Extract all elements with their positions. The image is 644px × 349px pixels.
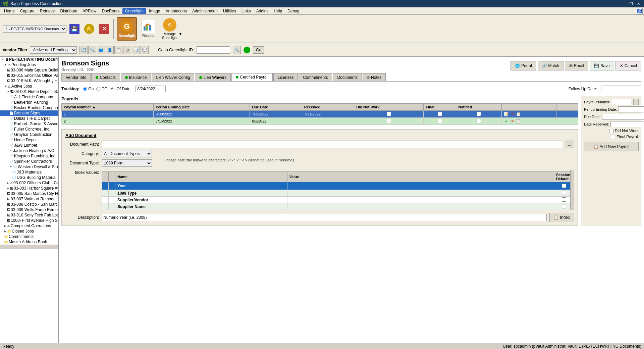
tree-03005[interactable]: 🏗 03-005 San Marcos City Hall [0, 191, 58, 196]
persons-icon-button[interactable]: 👥 [97, 46, 105, 54]
tree-becker[interactable]: 📄 Becker Roofing Compan [0, 105, 58, 110]
payroll-2-did-not-work[interactable] [387, 119, 391, 123]
tree-pending-jobs[interactable]: ▼ ⚠ Pending Jobs [0, 62, 58, 67]
index-1099type-default[interactable] [562, 191, 566, 195]
tree-western[interactable]: ▼ 📄 Western Drywall & Stucc [0, 164, 58, 169]
reports-toolbar-button[interactable]: Reports [138, 17, 158, 41]
tracking-off-label[interactable]: Off [96, 87, 107, 91]
document-type-select[interactable]: 1099 Form Invoice Receipt Contract [102, 159, 152, 167]
document-dropdown[interactable]: 1 - PE-TECHWRITING Documer [3, 25, 66, 33]
tree-earhart[interactable]: 📄 Earhart, Garcia, & Associ [0, 121, 58, 127]
index-row-supplier-vendor[interactable]: Supplier/Vendor [102, 197, 574, 203]
tree-completed[interactable]: ▶ ⚠ Completed Operations [0, 223, 58, 229]
tree-03015[interactable]: 🏗 03-015 Encinitas Office Park [0, 73, 58, 78]
tab-commitments[interactable]: Commitments [299, 73, 332, 81]
tree-03002[interactable]: ▶ ⚠ 03-002 Officers Club - Camp [0, 180, 58, 186]
category-select[interactable]: All Document Types Payroll Tax Form Invo… [102, 150, 152, 157]
match-button[interactable]: 🔗 Match [538, 61, 564, 70]
tree-03009[interactable]: 🏗 03-009 Wells Fargo Remod [0, 207, 58, 212]
greenlight-id-input[interactable] [197, 46, 230, 54]
browse-button[interactable]: … [565, 141, 574, 148]
menu-administration[interactable]: Administration [190, 8, 220, 14]
index-1099type-value[interactable] [287, 190, 554, 197]
close-window-button[interactable]: ✕ [636, 2, 641, 6]
portal-button[interactable]: 🌐 Portal [511, 61, 536, 70]
tree-1000[interactable]: 🏗 1000- First Avenue High Sc [0, 218, 58, 223]
menu-docroute[interactable]: DocRoute [99, 8, 122, 14]
tree-03010[interactable]: 🏗 03-010 Sony Tech Fab Loc [0, 212, 58, 218]
payroll-1-delete-icon[interactable]: ✕ [510, 111, 515, 117]
tab-lien-waiver-config[interactable]: Lien Waiver Config [152, 73, 194, 81]
menu-greenlight[interactable]: Greenlight [122, 8, 146, 14]
payroll-row-1[interactable]: 1 6/30/2022 7/15/2022 7/31/2022 📝 [62, 111, 578, 118]
greenlight-search-icon[interactable]: 🔍 [233, 46, 241, 54]
payroll-1-final[interactable] [438, 112, 442, 116]
menu-distribute[interactable]: Distribute [57, 8, 80, 14]
tree-jbmaterials[interactable]: 📄 J&B Materials [0, 169, 58, 175]
payroll-number-add-icon[interactable]: + [633, 99, 639, 105]
menu-home[interactable]: Home [1, 8, 17, 14]
payroll-2-more-icon[interactable]: 📋 [516, 118, 521, 124]
index-scrollbar[interactable] [570, 170, 574, 210]
tab-licenses[interactable]: Licenses [273, 73, 298, 81]
period-ending-form-input[interactable] [618, 106, 644, 112]
tab-notes[interactable]: Notes [363, 73, 386, 81]
tree-beaverton[interactable]: 📄 Beaverton Painting [0, 100, 58, 105]
menu-image[interactable]: Image [146, 8, 163, 14]
description-input[interactable] [102, 214, 547, 221]
tree-03006[interactable]: 🏗 03-006 Main Square Buildin [0, 67, 58, 73]
tab-lien-waivers[interactable]: Lien Waivers [195, 73, 231, 81]
restore-button[interactable]: ❐ [628, 2, 634, 6]
menu-retrieve[interactable]: Retrieve [37, 8, 58, 14]
tree-usg[interactable]: 📄 USG Building Materia [0, 175, 58, 180]
did-not-work-checkbox[interactable] [609, 129, 613, 133]
follow-up-date-input[interactable] [601, 86, 641, 92]
tree-03001[interactable]: ▼ 🏗 03-001 Home Depot - San M [0, 89, 58, 94]
index-suppvendor-default[interactable] [562, 197, 566, 202]
payroll-2-delete-icon[interactable]: ✕ [510, 118, 515, 124]
chart-icon-button[interactable]: 📊 [132, 46, 140, 54]
tab-insurance[interactable]: Insurance [121, 73, 151, 81]
export-icon-button[interactable]: 💬 [141, 46, 149, 54]
tab-documents[interactable]: Documents [333, 73, 362, 81]
person-icon-button[interactable]: 👤 [106, 46, 114, 54]
tree-graybar[interactable]: 📄 Graybar Construction [0, 132, 58, 137]
index-suppname-value[interactable] [287, 203, 554, 210]
menu-addins[interactable]: Addins [254, 8, 271, 14]
index-button[interactable]: 📋 Index [549, 213, 574, 222]
payroll-row-2[interactable]: 2 7/15/2022 8/1/2022 ✓ ✕ [62, 118, 578, 125]
grid-icon-button[interactable]: ⊞ [123, 46, 131, 54]
index-year-input[interactable] [289, 183, 552, 189]
menu-annotations[interactable]: Annotations [163, 8, 190, 14]
tree-sprinkler[interactable]: 📄 Sprinkler Contractors [0, 159, 58, 164]
index-suppname-default[interactable] [562, 204, 566, 208]
tree-active-jobs[interactable]: ▼ ⚠ Active Jobs [0, 84, 58, 89]
menu-apflow[interactable]: APFlow [80, 8, 99, 14]
payroll-1-edit-icon[interactable]: 📝 [504, 111, 509, 117]
final-payroll-checkbox[interactable] [611, 135, 615, 139]
index-row-1099type[interactable]: 1099 Type [102, 190, 574, 197]
due-date-form-input[interactable] [602, 114, 644, 120]
payroll-2-final[interactable] [438, 119, 442, 123]
tab-contacts[interactable]: Contacts [91, 73, 120, 81]
tab-vendor-info[interactable]: Vendor Info [61, 73, 91, 81]
tree-scrollbar[interactable] [0, 245, 58, 249]
tab-certified-payroll[interactable]: Certified Payroll [231, 73, 273, 81]
tree-homedepot[interactable]: 📄 Home Depot [0, 137, 58, 143]
payroll-1-did-not-work[interactable] [387, 112, 391, 116]
menu-capture[interactable]: Capture [17, 8, 37, 14]
tree-03008[interactable]: 🏗 03-008 Costco - San Marcos [0, 202, 58, 207]
payroll-2-check-icon[interactable]: ✓ [504, 118, 509, 124]
tree-jackson[interactable]: ⚠ Jackson Heating & A/C [0, 148, 58, 153]
tree-dallas[interactable]: 📄 Dallas Tile & Carpet [0, 116, 58, 121]
document-path-input[interactable] [102, 141, 562, 148]
tree-commitments[interactable]: 📁 Commitments [0, 234, 58, 239]
file-icon-button[interactable]: 📋 [114, 46, 122, 54]
manage-greenlight-toolbar-button[interactable]: ⚙ Manage Greenlight [160, 17, 180, 41]
tree-kingston[interactable]: 📄 Kingston Plumbing, Inc. [0, 153, 58, 159]
tree-root[interactable]: ▼ 🖥 PE-TECHWRITING Documents [0, 57, 58, 62]
payroll-1-notified[interactable] [477, 112, 481, 116]
tree-master-address[interactable]: 📁 Master Address Book [0, 239, 58, 245]
save-button[interactable]: 💾 Save [590, 61, 614, 70]
email-button[interactable]: ✉ Email [565, 61, 588, 70]
